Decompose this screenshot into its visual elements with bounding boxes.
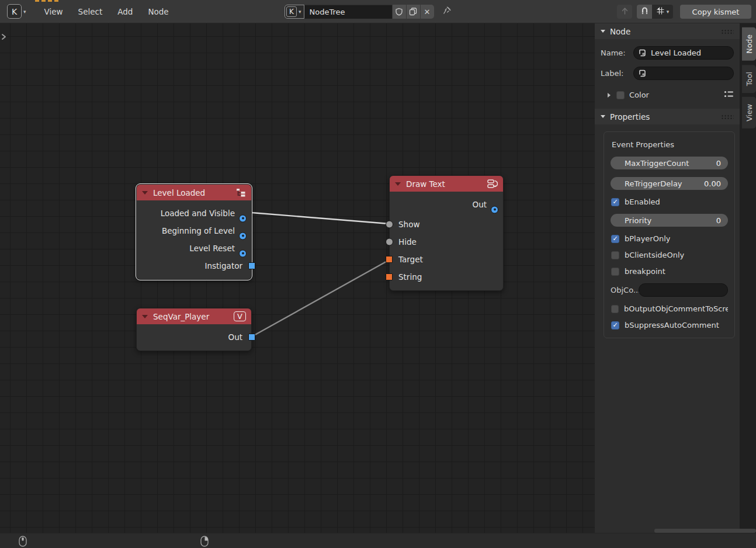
checkbox[interactable]: ✓ xyxy=(611,198,619,206)
checkbox-row-boutputobjcommenttoscre-: bOutputObjCommentToScre... xyxy=(611,304,728,313)
magnet-icon xyxy=(640,6,649,18)
node-label-field[interactable] xyxy=(633,67,734,80)
checkbox[interactable] xyxy=(611,268,619,276)
node-row-out: Out xyxy=(390,196,503,213)
chevron-down-icon: ▾ xyxy=(299,9,301,15)
name-label: Name: xyxy=(601,48,633,57)
tab-tool[interactable]: Tool xyxy=(742,65,756,93)
fake-user-button[interactable] xyxy=(393,5,406,19)
node-panel-title: Node xyxy=(610,27,721,36)
sidebar-panel: Node Name: Level Loaded Label: Color Pro… xyxy=(595,23,740,533)
socket-square-blue[interactable] xyxy=(248,262,255,269)
checkbox-label: bClientsideOnly xyxy=(625,251,684,259)
expand-right-icon[interactable] xyxy=(608,93,611,98)
field-label: ReTriggerDelay xyxy=(625,179,704,188)
node-panel-header[interactable]: Node xyxy=(595,23,740,39)
new-datablock-button[interactable] xyxy=(407,5,420,19)
collapse-triangle-icon[interactable] xyxy=(142,315,148,318)
tab-view[interactable]: View xyxy=(742,97,756,129)
node-wire xyxy=(252,213,389,224)
node-row-string: String xyxy=(390,268,503,286)
panel-grip-icon[interactable] xyxy=(721,115,734,119)
socket-square-orange[interactable] xyxy=(386,256,393,263)
node-name-field[interactable]: Level Loaded xyxy=(633,46,734,60)
node-tree-selector[interactable]: K ▾ xyxy=(285,5,304,19)
menu-add[interactable]: Add xyxy=(110,4,140,19)
node-header[interactable]: Draw Text xyxy=(390,176,503,192)
number-field-maxtriggercount[interactable]: MaxTriggerCount0 xyxy=(611,157,728,169)
node-tree-name-field[interactable]: NodeTree xyxy=(304,5,392,19)
node-body: Out xyxy=(137,324,251,351)
presets-icon[interactable] xyxy=(724,89,734,100)
parent-node-tree-button[interactable] xyxy=(617,5,632,19)
checkbox[interactable]: ✓ xyxy=(611,321,619,330)
unlink-datablock-button[interactable]: ✕ xyxy=(421,5,434,19)
header-right-controls: ▾ Copy kismet xyxy=(617,5,751,19)
menu-view[interactable]: View xyxy=(37,4,71,19)
socket-label: Hide xyxy=(398,237,417,247)
node-row-target: Target xyxy=(390,251,503,268)
checkbox-row-benabled: ✓bEnabled xyxy=(611,197,728,206)
checkbox[interactable]: ✓ xyxy=(611,235,619,243)
menu-select[interactable]: Select xyxy=(71,4,110,19)
right-mouse-icon xyxy=(200,536,209,548)
socket-circle-blue[interactable] xyxy=(239,214,247,222)
shield-icon xyxy=(395,8,403,16)
checkbox[interactable] xyxy=(611,251,619,259)
sidebar-tab-strip: NodeToolView xyxy=(740,23,756,533)
checkbox-label: bSuppressAutoComment xyxy=(625,321,719,330)
collapse-triangle-icon[interactable] xyxy=(142,191,148,195)
text-field-input[interactable] xyxy=(639,283,728,297)
number-field-priority[interactable]: Priority0 xyxy=(611,214,728,227)
node-editor-canvas[interactable]: Level LoadedLoaded and VisibleBeginning … xyxy=(0,23,595,533)
node-row-instigator: Instigator xyxy=(137,257,251,275)
checkbox-label: breakpoint xyxy=(625,267,665,276)
node-header[interactable]: Level Loaded xyxy=(137,185,251,200)
socket-square-blue[interactable] xyxy=(248,334,255,341)
checkbox-row-bclientsideonly: bClientsideOnly xyxy=(611,251,728,259)
socket-circle-blue[interactable] xyxy=(239,249,247,257)
node-seqvar-player[interactable]: SeqVar_PlayerVOut xyxy=(136,308,252,351)
color-checkbox[interactable] xyxy=(616,91,625,99)
checkbox-row-bplayeronly: ✓bPlayerOnly xyxy=(611,234,728,243)
tab-node[interactable]: Node xyxy=(742,27,756,61)
socket-label: Show xyxy=(398,220,419,229)
socket-circle-gray[interactable] xyxy=(386,221,393,228)
socket-circle-gray[interactable] xyxy=(386,238,393,246)
text-field-label: ObjCo... xyxy=(611,286,639,294)
checkbox-row-breakpoint: breakpoint xyxy=(611,267,728,276)
middle-mouse-icon xyxy=(19,536,27,548)
socket-square-orange[interactable] xyxy=(386,273,393,280)
sidebar-horizontal-scrollbar[interactable] xyxy=(654,529,756,533)
socket-circle-blue[interactable] xyxy=(239,232,247,240)
text-field-row: ObjCo... xyxy=(611,283,728,297)
number-field-retriggerdelay[interactable]: ReTriggerDelay0.00 xyxy=(611,177,728,190)
sidebar-expand-toggle[interactable] xyxy=(1,32,7,43)
snap-mode-dropdown[interactable]: ▾ xyxy=(652,5,673,19)
menu-node[interactable]: Node xyxy=(140,4,176,19)
pin-button[interactable] xyxy=(442,6,452,18)
copy-kismet-button[interactable]: Copy kismet xyxy=(680,5,751,19)
properties-panel-header[interactable]: Properties xyxy=(595,109,740,124)
collapse-triangle-icon[interactable] xyxy=(395,182,401,186)
node-level-loaded[interactable]: Level LoadedLoaded and VisibleBeginning … xyxy=(136,184,252,280)
socket-label: Out xyxy=(228,332,242,342)
socket-circle-blue[interactable] xyxy=(491,206,498,213)
close-icon: ✕ xyxy=(424,8,431,16)
node-header[interactable]: SeqVar_PlayerV xyxy=(137,308,251,324)
field-label: MaxTriggerCount xyxy=(625,159,716,168)
panel-grip-icon[interactable] xyxy=(721,29,734,34)
socket-label: String xyxy=(398,272,422,282)
properties-panel-title: Properties xyxy=(610,112,721,122)
node-draw-text[interactable]: Draw TextOutShowHideTargetString xyxy=(389,175,504,291)
field-value: 0.00 xyxy=(704,179,721,188)
chevron-down-icon: ▾ xyxy=(667,9,670,15)
checkbox[interactable] xyxy=(611,305,619,313)
event-properties-box: Event Properties MaxTriggerCount0ReTrigg… xyxy=(604,131,735,338)
variable-badge-icon: V xyxy=(234,311,246,321)
node-title: SeqVar_Player xyxy=(153,312,234,321)
editor-type-button[interactable]: K ▾ xyxy=(5,3,29,20)
snapping-toggle-button[interactable] xyxy=(637,5,652,19)
kismet-tree-icon: K xyxy=(286,6,297,17)
node-wires xyxy=(0,23,595,533)
